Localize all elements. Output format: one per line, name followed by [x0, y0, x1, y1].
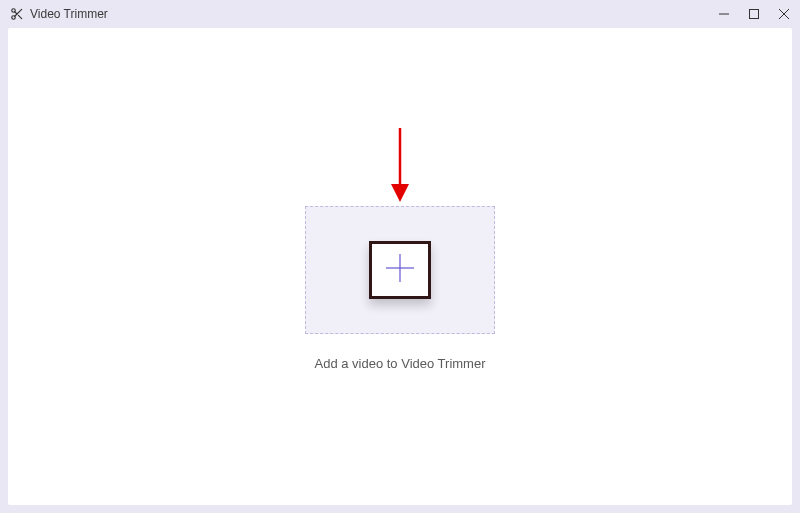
window-controls	[716, 6, 792, 22]
svg-line-3	[18, 15, 21, 18]
svg-rect-6	[750, 10, 759, 19]
add-video-button[interactable]	[369, 241, 431, 299]
maximize-button[interactable]	[746, 6, 762, 22]
center-area: Add a video to Video Trimmer	[305, 206, 495, 371]
app-window: Video Trimmer	[0, 0, 800, 513]
titlebar-left: Video Trimmer	[10, 7, 108, 21]
svg-line-4	[15, 12, 17, 14]
instruction-text: Add a video to Video Trimmer	[314, 356, 485, 371]
plus-icon	[382, 250, 418, 290]
close-button[interactable]	[776, 6, 792, 22]
scissors-icon	[10, 7, 24, 21]
app-title: Video Trimmer	[30, 7, 108, 21]
content-panel: Add a video to Video Trimmer	[8, 28, 792, 505]
svg-marker-10	[391, 184, 409, 202]
minimize-button[interactable]	[716, 6, 732, 22]
video-dropzone[interactable]	[305, 206, 495, 334]
titlebar: Video Trimmer	[0, 0, 800, 28]
annotation-arrow-icon	[388, 126, 412, 208]
